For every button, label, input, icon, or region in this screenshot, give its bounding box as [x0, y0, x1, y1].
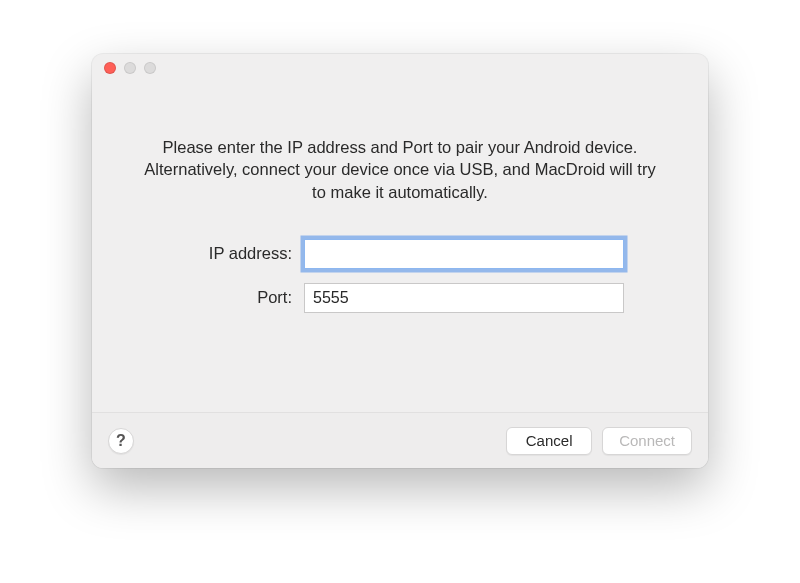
connect-button: Connect: [602, 427, 692, 455]
dialog-window: Please enter the IP address and Port to …: [92, 54, 708, 468]
ip-address-label: IP address:: [144, 244, 304, 263]
pairing-form: IP address: Port:: [144, 239, 664, 313]
close-icon[interactable]: [104, 62, 116, 74]
help-button[interactable]: ?: [108, 428, 134, 454]
dialog-content: Please enter the IP address and Port to …: [92, 82, 708, 412]
titlebar: [92, 54, 708, 82]
help-icon: ?: [116, 433, 126, 449]
zoom-icon: [144, 62, 156, 74]
minimize-icon: [124, 62, 136, 74]
port-label: Port:: [144, 288, 304, 307]
dialog-footer: ? Cancel Connect: [92, 412, 708, 468]
ip-address-input[interactable]: [304, 239, 624, 269]
cancel-button[interactable]: Cancel: [506, 427, 592, 455]
port-input[interactable]: [304, 283, 624, 313]
instructions-text: Please enter the IP address and Port to …: [136, 136, 664, 203]
